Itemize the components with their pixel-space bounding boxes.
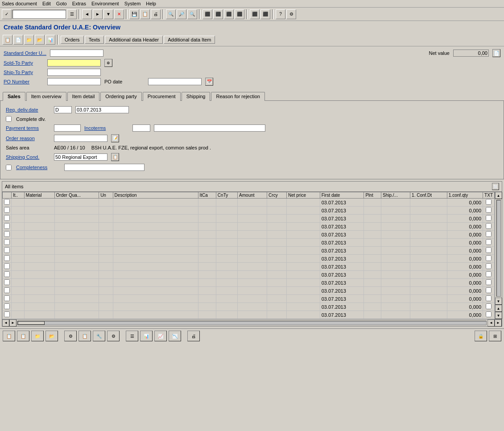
tab-reason-rejection[interactable]: Reason for rejection bbox=[211, 92, 264, 101]
row-checkbox[interactable] bbox=[4, 295, 10, 301]
table-row[interactable]: 03.07.20130,000 bbox=[3, 279, 495, 287]
grid-corner-btn[interactable]: ⬜ bbox=[492, 183, 499, 190]
tab-procurement[interactable]: Procurement bbox=[143, 92, 181, 101]
bottom-btn-11[interactable]: 📈 bbox=[154, 331, 167, 341]
txt-checkbox[interactable] bbox=[486, 287, 492, 293]
toolbar-btn-6a[interactable]: ⬛ bbox=[250, 9, 260, 19]
bottom-btn-12[interactable]: 📉 bbox=[169, 331, 181, 341]
req-deliv-date-val-input[interactable] bbox=[75, 106, 129, 113]
toolbar-btn-6b[interactable]: ⬛ bbox=[260, 9, 270, 19]
bottom-btn-8[interactable]: ⚙ bbox=[107, 331, 120, 341]
vscroll-down-btn[interactable]: ▼ bbox=[495, 298, 502, 305]
vscroll-down2-btn[interactable]: ▼ bbox=[495, 312, 502, 319]
hscroll-right2-btn[interactable]: ► bbox=[495, 319, 502, 327]
table-row[interactable]: 03.07.20130,000 bbox=[3, 271, 495, 279]
hscroll-left2-btn[interactable]: ◄ bbox=[487, 319, 495, 327]
toolbar-icon-1[interactable]: 📋 bbox=[3, 35, 12, 45]
find-next-btn[interactable]: 🔎 bbox=[177, 9, 186, 19]
row-checkbox[interactable] bbox=[4, 271, 10, 277]
print-btn[interactable]: 🖨 bbox=[151, 9, 161, 19]
menu-help[interactable]: Help bbox=[146, 1, 156, 6]
customize-btn[interactable]: ⚙ bbox=[286, 9, 296, 19]
calendar-icon[interactable]: 📅 bbox=[205, 78, 213, 86]
bottom-btn-10[interactable]: 📊 bbox=[140, 331, 153, 341]
row-checkbox[interactable] bbox=[4, 215, 10, 221]
po-number-input[interactable] bbox=[47, 78, 101, 85]
vscroll-up-btn[interactable]: ▲ bbox=[495, 192, 502, 199]
sold-to-party-icon[interactable]: ⊕ bbox=[104, 59, 112, 67]
txt-checkbox[interactable] bbox=[486, 279, 492, 285]
save-btn[interactable]: 💾 bbox=[129, 9, 139, 19]
row-checkbox[interactable] bbox=[4, 199, 10, 205]
toolbar-icon-2[interactable]: 📄 bbox=[13, 35, 23, 45]
bottom-btn-13[interactable]: 🖨 bbox=[187, 331, 200, 341]
page-icon-btn[interactable]: 📄 bbox=[492, 49, 500, 57]
payment-terms-input[interactable] bbox=[54, 124, 81, 132]
sold-to-party-input[interactable] bbox=[47, 59, 101, 66]
row-checkbox[interactable] bbox=[4, 303, 10, 309]
txt-checkbox[interactable] bbox=[486, 199, 492, 205]
bottom-btn-1[interactable]: 📋 bbox=[3, 331, 15, 341]
hscroll-right-btn[interactable]: ► bbox=[9, 319, 17, 327]
order-reason-icon[interactable]: 📝 bbox=[111, 134, 119, 142]
horizontal-scrollbar[interactable]: ◄ ► ◄ ► bbox=[2, 319, 502, 326]
txt-checkbox[interactable] bbox=[486, 303, 492, 309]
txt-checkbox[interactable] bbox=[486, 239, 492, 245]
menu-extras[interactable]: Extras bbox=[72, 1, 86, 6]
table-row[interactable]: 03.07.20130,000 bbox=[3, 255, 495, 263]
incoterms-input2[interactable] bbox=[154, 124, 265, 132]
standard-order-input[interactable] bbox=[50, 50, 103, 57]
tab-item-overview[interactable]: Item overview bbox=[26, 92, 66, 101]
bottom-btn-3[interactable]: 📁 bbox=[31, 331, 44, 341]
tab-item-detail[interactable]: Item detail bbox=[67, 92, 100, 101]
bottom-btn-4[interactable]: 📂 bbox=[45, 331, 58, 341]
incoterms-input1[interactable] bbox=[132, 124, 150, 132]
toolbar-btn-5b[interactable]: ⬛ bbox=[213, 9, 223, 19]
hscroll-left-btn[interactable]: ◄ bbox=[2, 319, 9, 327]
txt-checkbox[interactable] bbox=[486, 215, 492, 221]
additional-header-btn[interactable]: Additional data Header bbox=[105, 36, 163, 44]
toolbar-btn-5c[interactable]: ⬛ bbox=[224, 9, 234, 19]
txt-checkbox[interactable] bbox=[486, 231, 492, 237]
menu-icon-btn[interactable]: ☰ bbox=[67, 9, 77, 19]
table-row[interactable]: 03.07.20130,000 bbox=[3, 303, 495, 311]
bottom-btn-7[interactable]: 🔧 bbox=[93, 331, 105, 341]
table-row[interactable]: 03.07.20130,000 bbox=[3, 239, 495, 247]
txt-checkbox[interactable] bbox=[486, 223, 492, 229]
nav-history-btn[interactable]: ▼ bbox=[103, 9, 113, 19]
table-row[interactable]: 03.07.20130,000 bbox=[3, 295, 495, 303]
check-btn[interactable]: ✓ bbox=[2, 9, 12, 19]
txt-checkbox[interactable] bbox=[486, 207, 492, 213]
shortcut-btn[interactable]: 📋 bbox=[140, 9, 150, 19]
row-checkbox[interactable] bbox=[4, 255, 10, 261]
table-row[interactable]: 03.07.20130,000 bbox=[3, 207, 495, 215]
bottom-btn-9[interactable]: ☰ bbox=[126, 331, 138, 341]
bottom-btn-5[interactable]: ⚙ bbox=[64, 331, 77, 341]
txt-checkbox[interactable] bbox=[486, 271, 492, 277]
texts-tab-btn[interactable]: Texts bbox=[85, 36, 104, 44]
txt-checkbox[interactable] bbox=[486, 263, 492, 269]
menu-sales-document[interactable]: Sales document bbox=[2, 1, 37, 6]
table-row[interactable]: 03.07.20130,000 bbox=[3, 199, 495, 207]
toolbar-icon-4[interactable]: 📂 bbox=[35, 35, 45, 45]
ship-to-party-input[interactable] bbox=[47, 69, 101, 76]
find-btn[interactable]: 🔍 bbox=[166, 9, 176, 19]
bottom-btn-2[interactable]: 📋 bbox=[17, 331, 29, 341]
row-checkbox[interactable] bbox=[4, 287, 10, 293]
shipping-cond-icon[interactable]: 📋 bbox=[111, 153, 119, 161]
bottom-btn-6[interactable]: 📋 bbox=[78, 331, 91, 341]
row-checkbox[interactable] bbox=[4, 263, 10, 269]
toolbar-icon-5[interactable]: 📊 bbox=[45, 35, 55, 45]
toolbar-btn-5a[interactable]: ⬛ bbox=[202, 9, 212, 19]
orders-tab-btn[interactable]: Orders bbox=[61, 36, 84, 44]
table-row[interactable]: 03.07.20130,000 bbox=[3, 311, 495, 319]
txt-checkbox[interactable] bbox=[486, 255, 492, 261]
row-checkbox[interactable] bbox=[4, 239, 10, 245]
row-checkbox[interactable] bbox=[4, 247, 10, 253]
menu-goto[interactable]: Goto bbox=[56, 1, 67, 6]
txt-checkbox[interactable] bbox=[486, 247, 492, 253]
find-prev-btn[interactable]: 🔍 bbox=[187, 9, 197, 19]
req-deliv-date-d-input[interactable] bbox=[54, 106, 72, 113]
txt-checkbox[interactable] bbox=[486, 311, 492, 317]
row-checkbox[interactable] bbox=[4, 231, 10, 237]
